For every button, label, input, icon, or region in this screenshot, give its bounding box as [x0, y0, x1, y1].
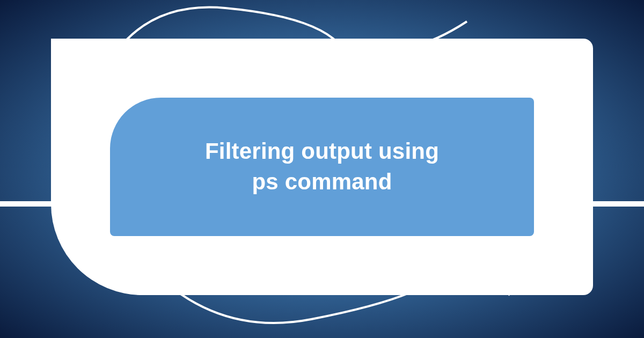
title-line-1: Filtering output using — [205, 138, 439, 164]
title-text: Filtering output using ps command — [205, 136, 439, 197]
title-line-2: ps command — [252, 169, 392, 194]
inner-panel: Filtering output using ps command — [110, 98, 534, 236]
